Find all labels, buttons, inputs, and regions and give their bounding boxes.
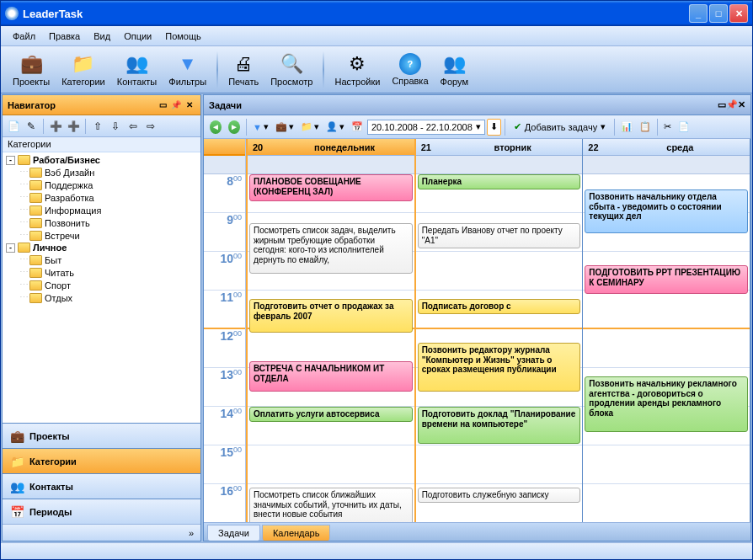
tree-item[interactable]: ⋯Информация — [4, 204, 199, 216]
nav-edit-icon[interactable]: ✎ — [24, 119, 39, 134]
tree-item[interactable]: -Личное — [4, 242, 199, 253]
close-panel-icon[interactable]: ✕ — [184, 99, 195, 111]
nav-group-Контакты[interactable]: 👥Контакты — [3, 473, 200, 499]
menu-help[interactable]: Помощь — [158, 29, 208, 44]
nav-group-Периоды[interactable]: 📅Периоды — [3, 499, 200, 524]
menu-file[interactable]: Файл — [6, 29, 42, 44]
tree-item[interactable]: ⋯Читать — [4, 266, 199, 279]
statusbar — [1, 542, 752, 559]
nav-add2-icon[interactable]: ➕ — [66, 119, 81, 134]
tree-item[interactable]: ⋯Встречи — [4, 229, 199, 242]
calendar-event[interactable]: Посмотреть список ближайших значимых соб… — [249, 488, 413, 522]
menu-view[interactable]: Вид — [87, 29, 117, 44]
filter-dropdown[interactable]: ▼▾ — [250, 119, 271, 136]
time-slot: 1200 — [204, 329, 245, 368]
calendar-event[interactable]: ПОДГОТОВИТЬ PPT ПРЕЗЕНТАЦИЮ К СЕМИНАРУ — [585, 265, 748, 294]
chart-icon[interactable]: 📊 — [618, 119, 635, 136]
tree-toggle-icon[interactable]: - — [6, 243, 15, 253]
minimize-button[interactable]: _ — [689, 4, 708, 23]
day-grid[interactable]: ПланеркаПередать Иванову отчет по проект… — [416, 174, 583, 522]
calendar-event[interactable]: Планерка — [418, 174, 581, 189]
close-panel-icon[interactable]: ✕ — [738, 99, 745, 110]
tb-contacts[interactable]: 👥Контакты — [112, 51, 163, 88]
day-grid[interactable]: ПЛАНОВОЕ СОВЕЩАНИЕ (КОНФЕРЕНЦ ЗАЛ)Посмот… — [248, 174, 414, 522]
add-task-button[interactable]: ✔Добавить задачу▾ — [509, 119, 611, 136]
calendar-event[interactable]: Оплатить услуги автосервиса — [249, 407, 413, 422]
nav-down-icon[interactable]: ⇩ — [108, 119, 123, 134]
allday-row[interactable] — [416, 156, 583, 174]
nav-up-icon[interactable]: ⇧ — [90, 119, 105, 134]
day-header: 21вторник — [416, 139, 583, 156]
navigator-footer: » — [3, 524, 200, 541]
group-icon: 👥 — [9, 479, 24, 494]
tree-toggle-icon[interactable]: - — [6, 156, 15, 165]
calendar-event[interactable]: Позвонить редактору журнала "Компьютер и… — [418, 343, 581, 392]
tree-item[interactable]: ⋯Вэб Дизайн — [4, 166, 199, 179]
tab-calendar[interactable]: Календарь — [262, 525, 331, 541]
allday-row[interactable] — [583, 156, 750, 174]
maximize-button[interactable]: □ — [709, 4, 728, 23]
nav-left-icon[interactable]: ⇦ — [125, 119, 141, 134]
calendar-event[interactable]: Подписать договор с — [418, 299, 581, 314]
nav-new-icon[interactable]: 📄 — [6, 119, 21, 134]
day-name: вторник — [448, 142, 577, 152]
project-dropdown[interactable]: 💼▾ — [273, 119, 296, 136]
tree-item[interactable]: -Работа/Бизнес — [4, 154, 199, 166]
nav-right-icon[interactable]: ⇨ — [143, 119, 158, 134]
tree-item[interactable]: ⋯Отдых — [4, 291, 199, 304]
pin-icon[interactable]: 📌 — [170, 99, 182, 111]
tb-print[interactable]: 🖨Печать — [223, 51, 264, 88]
calendar-event[interactable]: ВСТРЕЧА С НАЧАЛЬНИКОМ ИТ ОТДЕЛА — [249, 361, 413, 392]
close-button[interactable]: ✕ — [729, 4, 748, 23]
calendar-event[interactable]: Подготовить служебную записку — [418, 488, 581, 503]
app-icon — [5, 7, 19, 20]
allday-row[interactable] — [248, 156, 414, 174]
calendar-event[interactable]: Подготовить доклад "Планирование времени… — [418, 407, 581, 444]
date-picker-icon[interactable]: 📅 — [349, 119, 366, 136]
tb-projects[interactable]: 💼Проекты — [8, 51, 55, 88]
chevron-expand-icon[interactable]: » — [189, 528, 194, 538]
menu-edit[interactable]: Правка — [42, 29, 87, 44]
calendar-event[interactable]: Подготовить отчет о продажах за февраль … — [249, 299, 413, 333]
tb-help[interactable]: ?Справка — [387, 51, 433, 88]
nav-forward-button[interactable]: ► — [226, 119, 243, 136]
calendar-event[interactable]: Посмотреть список задач, выделить жирным… — [249, 223, 413, 274]
pin-icon[interactable]: 📌 — [726, 99, 738, 110]
contact-dropdown[interactable]: 👤▾ — [323, 119, 347, 136]
calendar-event[interactable]: ПЛАНОВОЕ СОВЕЩАНИЕ (КОНФЕРЕНЦ ЗАЛ) — [249, 174, 413, 201]
list-icon[interactable]: 📋 — [637, 119, 654, 136]
tb-preview[interactable]: 🔍Просмотр — [265, 51, 318, 88]
main-toolbar: 💼Проекты 📁Категории 👥Контакты ▼Фильтры 🖨… — [1, 46, 752, 93]
briefcase-icon: 💼 — [19, 52, 43, 76]
tab-tasks[interactable]: Задачи — [207, 525, 260, 541]
tb-filters[interactable]: ▼Фильтры — [163, 51, 211, 88]
nav-back-button[interactable]: ◄ — [207, 119, 224, 136]
window-icon[interactable]: ▭ — [157, 99, 168, 111]
nav-group-Проекты[interactable]: 💼Проекты — [3, 423, 200, 448]
date-range-field[interactable]: 20.10.2008 - 22.10.2008▾ — [367, 120, 485, 135]
printer-icon: 🖨 — [232, 52, 255, 76]
sync-button[interactable]: ⬇ — [487, 119, 501, 136]
menu-options[interactable]: Опции — [117, 29, 158, 44]
forum-icon: 👥 — [442, 52, 466, 76]
gear-icon: ⚙ — [345, 52, 369, 76]
tree-item[interactable]: ⋯Разработка — [4, 191, 199, 204]
window-icon[interactable]: ▭ — [718, 99, 726, 110]
nav-group-Категории[interactable]: 📁Категории — [3, 448, 200, 473]
tree-item[interactable]: ⋯Поддержка — [4, 179, 199, 191]
tb-settings[interactable]: ⚙Настройки — [329, 51, 385, 88]
calendar-event[interactable]: Позвонить начальнику отдела сбыта - увед… — [585, 189, 748, 233]
calendar-event[interactable]: Позвонить начальнику рекламного агентств… — [585, 376, 748, 432]
cut-icon[interactable]: ✂ — [661, 119, 674, 136]
tree-item[interactable]: ⋯Позвонить — [4, 216, 199, 229]
folder-dropdown[interactable]: 📁▾ — [298, 119, 322, 136]
group-label: Контакты — [29, 482, 73, 492]
tb-categories[interactable]: 📁Категории — [56, 51, 110, 88]
tree-item[interactable]: ⋯Спорт — [4, 279, 199, 291]
tb-forum[interactable]: 👥Форум — [435, 51, 473, 88]
calendar-event[interactable]: Передать Иванову отчет по проекту "А1" — [418, 223, 581, 248]
day-grid[interactable]: Позвонить начальнику отдела сбыта - увед… — [583, 174, 750, 522]
tree-item[interactable]: ⋯Быт — [4, 253, 199, 266]
copy-icon[interactable]: 📄 — [676, 119, 692, 136]
nav-add-icon[interactable]: ➕ — [48, 119, 63, 134]
